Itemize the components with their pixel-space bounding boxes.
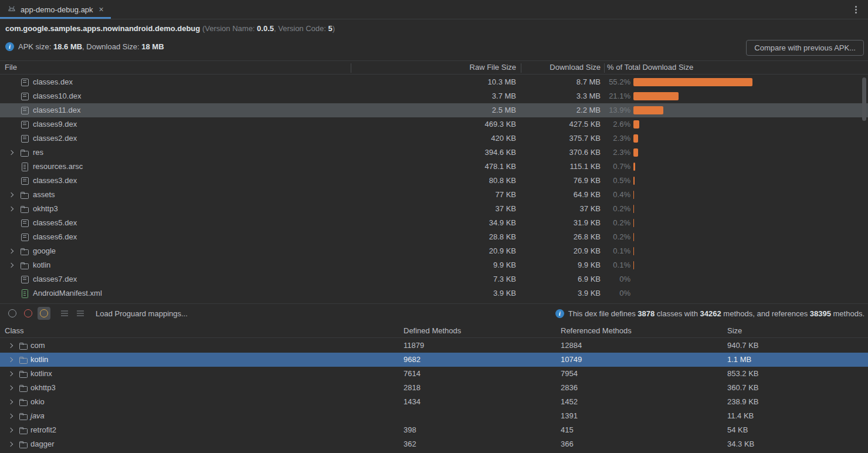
expand-chevron-icon[interactable] <box>8 386 13 390</box>
package-info-line: com.google.samples.apps.nowinandroid.dem… <box>5 24 335 33</box>
download-size-value: 20.9 KB <box>574 244 601 258</box>
percent-bar <box>633 148 638 157</box>
file-row[interactable]: classes.dex 10.3 MB 8.7 MB 55.2% <box>0 75 868 89</box>
show-all-nodes-icon[interactable] <box>6 307 19 320</box>
column-header-percent-of-total[interactable]: % of Total Download Size <box>607 61 693 74</box>
expand-chevron-icon[interactable] <box>8 442 13 447</box>
percent-value: 2.6% <box>613 117 630 131</box>
load-proguard-mappings[interactable]: Load Proguard mappings... <box>96 309 188 318</box>
download-size-value: 76.9 KB <box>574 174 601 188</box>
expand-chevron-icon[interactable] <box>9 192 13 197</box>
file-row[interactable]: classes2.dex 420 KB 375.7 KB 2.3% <box>0 131 868 146</box>
column-divider[interactable] <box>604 63 605 73</box>
class-row[interactable]: kotlin 9682 10749 1.1 MB <box>0 353 868 367</box>
percent-bar <box>633 177 635 185</box>
expand-chevron-icon[interactable] <box>8 357 13 362</box>
download-size-value: 8.7 MB <box>577 75 601 89</box>
column-header-referenced-methods[interactable]: Referenced Methods <box>561 323 632 338</box>
defined-methods-value: 362 <box>404 437 416 451</box>
class-name: java <box>30 409 45 423</box>
file-row[interactable]: classes3.dex 80.8 KB 76.9 KB 0.5% <box>0 174 868 188</box>
more-options-icon[interactable] <box>850 4 861 15</box>
file-row[interactable]: google 20.9 KB 20.9 KB 0.1% <box>0 244 868 258</box>
close-tab-icon[interactable]: × <box>99 5 104 13</box>
dex-class-count: 3878 <box>638 309 655 318</box>
column-header-file[interactable]: File <box>5 61 17 74</box>
defined-methods-value: 9682 <box>404 353 421 367</box>
percent-bar <box>633 163 635 171</box>
expand-chevron-icon[interactable] <box>9 249 13 253</box>
raw-file-size-value: 2.5 MB <box>492 103 516 117</box>
referenced-methods-value: 2836 <box>561 381 578 395</box>
class-name: okhttp3 <box>30 381 56 395</box>
dex-method-count: 34262 <box>700 309 721 318</box>
file-row[interactable]: classes5.dex 34.9 KB 31.9 KB 0.2% <box>0 216 868 230</box>
download-size-value: 375.7 KB <box>569 131 601 146</box>
download-size-value: 370.6 KB <box>569 146 601 160</box>
column-divider[interactable] <box>351 63 351 73</box>
dex-icon <box>20 275 29 284</box>
expand-all-icon[interactable] <box>58 307 71 320</box>
file-row[interactable]: classes7.dex 7.3 KB 6.9 KB 0% <box>0 272 868 286</box>
download-size-value: 37 KB <box>580 202 601 216</box>
file-row[interactable]: classes11.dex 2.5 MB 2.2 MB 13.9% <box>0 103 868 117</box>
referenced-methods-value: 1452 <box>561 395 578 409</box>
expand-chevron-icon[interactable] <box>8 371 13 376</box>
class-name: kotlin <box>30 353 48 367</box>
tab-apk-file[interactable]: app-demo-debug.apk × <box>0 0 111 19</box>
expand-chevron-icon[interactable] <box>9 263 13 268</box>
class-row[interactable]: kotlinx 7614 7954 853.2 KB <box>0 367 868 381</box>
tab-title: app-demo-debug.apk <box>21 5 93 14</box>
dex-icon <box>20 77 29 87</box>
collapse-all-icon[interactable] <box>74 307 87 320</box>
expand-chevron-icon[interactable] <box>8 414 13 418</box>
show-referenced-nodes-icon[interactable] <box>38 307 50 320</box>
class-row[interactable]: com 11879 12884 940.7 KB <box>0 339 868 353</box>
expand-chevron-icon[interactable] <box>8 400 13 404</box>
class-name: com <box>30 339 45 353</box>
class-row[interactable]: java 1391 11.4 KB <box>0 409 868 423</box>
percent-value: 21.1% <box>609 89 630 103</box>
apk-size-text: APK size: 18.6 MB, Download Size: 18 MB <box>18 42 164 51</box>
file-row[interactable]: classes6.dex 28.8 KB 26.8 KB 0.2% <box>0 230 868 244</box>
percent-bar <box>633 134 638 143</box>
file-row[interactable]: resources.arsc 478.1 KB 115.1 KB 0.7% <box>0 160 868 174</box>
column-divider[interactable] <box>521 63 521 73</box>
percent-bar <box>633 78 752 86</box>
class-row[interactable]: dagger 362 366 34.3 KB <box>0 437 868 451</box>
column-header-download-size[interactable]: Download Size <box>550 61 601 74</box>
files-table-body: classes.dex 10.3 MB 8.7 MB 55.2% classes… <box>0 75 868 300</box>
show-removed-nodes-icon[interactable] <box>22 307 35 320</box>
percent-bar <box>633 247 634 255</box>
class-row[interactable]: retrofit2 398 415 54 KB <box>0 423 868 437</box>
class-row[interactable]: okio 1434 1452 238.9 KB <box>0 395 868 409</box>
file-row[interactable]: kotlin 9.9 KB 9.9 KB 0.1% <box>0 258 868 272</box>
file-row[interactable]: assets 77 KB 64.9 KB 0.4% <box>0 188 868 202</box>
file-row[interactable]: res 394.6 KB 370.6 KB 2.3% <box>0 146 868 160</box>
file-row[interactable]: AndroidManifest.xml 3.9 KB 3.9 KB 0% <box>0 286 868 300</box>
column-header-class[interactable]: Class <box>5 323 24 338</box>
package-icon <box>19 383 28 393</box>
expand-chevron-icon[interactable] <box>9 150 13 155</box>
expand-chevron-icon[interactable] <box>8 343 13 348</box>
file-row[interactable]: okhttp3 37 KB 37 KB 0.2% <box>0 202 868 216</box>
manifest-icon <box>20 289 29 298</box>
file-row[interactable]: classes9.dex 469.3 KB 427.5 KB 2.6% <box>0 117 868 131</box>
size-value: 1.1 MB <box>727 353 751 367</box>
expand-chevron-icon[interactable] <box>8 428 13 432</box>
percent-value: 55.2% <box>609 75 630 89</box>
file-row[interactable]: classes10.dex 3.7 MB 3.3 MB 21.1% <box>0 89 868 103</box>
class-row[interactable]: okhttp3 2818 2836 360.7 KB <box>0 381 868 395</box>
column-header-raw-file-size[interactable]: Raw File Size <box>470 61 516 74</box>
dex-icon <box>20 218 29 228</box>
column-header-size[interactable]: Size <box>727 323 742 338</box>
expand-chevron-icon[interactable] <box>9 207 13 211</box>
vertical-scrollbar[interactable] <box>862 77 866 121</box>
file-name: AndroidManifest.xml <box>33 286 102 300</box>
percent-bar <box>633 205 634 213</box>
dex-icon <box>20 92 29 101</box>
percent-value: 0.2% <box>613 230 630 244</box>
referenced-methods-value: 366 <box>561 437 574 451</box>
column-header-defined-methods[interactable]: Defined Methods <box>404 323 461 338</box>
compare-with-previous-apk-button[interactable]: Compare with previous APK... <box>746 40 864 56</box>
